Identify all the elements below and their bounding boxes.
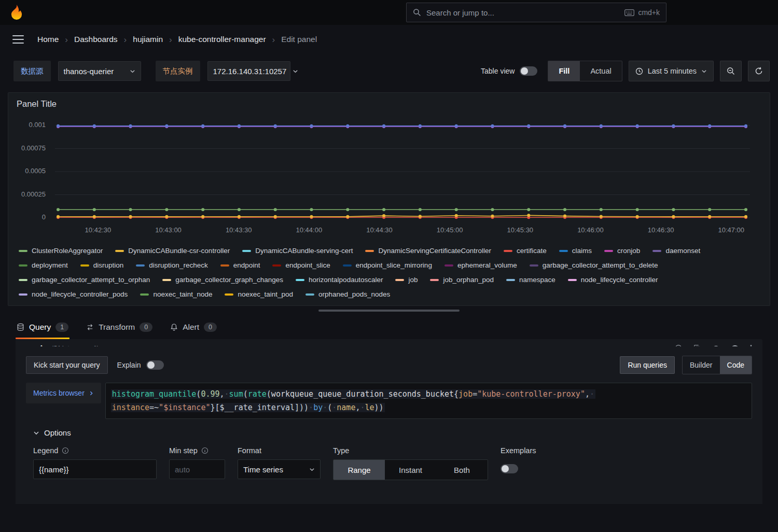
transform-count-badge: 0 [140, 323, 152, 332]
code-token: sum [229, 389, 243, 399]
datasource-select[interactable]: thanos-querier [58, 61, 141, 81]
type-both-option[interactable]: Both [436, 460, 488, 480]
legend-item[interactable]: endpoint [220, 261, 260, 269]
legend-item[interactable]: disruption [80, 261, 124, 269]
tab-query[interactable]: Query 1 [16, 315, 70, 339]
legend-item[interactable]: claims [559, 247, 592, 255]
type-field: Type Range Instant Both [333, 446, 488, 480]
tab-transform[interactable]: Transform 0 [85, 315, 154, 339]
timeseries-chart[interactable]: 00.000250.00050.000750.001 10:42:3010:43… [8, 115, 770, 240]
explain-toggle[interactable] [146, 360, 164, 370]
legend-format-input[interactable] [33, 459, 157, 479]
legend-item[interactable]: DynamicServingCertificateController [365, 247, 491, 255]
info-icon[interactable] [201, 447, 209, 454]
legend-item[interactable]: node_lifecycle_controller_pods [19, 290, 128, 298]
clock-icon [635, 67, 643, 75]
legend-item[interactable]: namespace [506, 276, 555, 284]
legend-item[interactable]: garbage_collector_graph_changes [162, 276, 283, 284]
fill-option[interactable]: Fill [548, 61, 580, 81]
legend-item[interactable]: horizontalpodautoscaler [296, 276, 383, 284]
more-options-icon[interactable] [750, 344, 752, 346]
query-ref-id[interactable]: A [39, 344, 44, 346]
legend-item[interactable]: garbage_collector_attempt_to_orphan [19, 276, 150, 284]
legend-item[interactable]: ClusterRoleAggregator [19, 247, 103, 255]
format-select[interactable]: Time series [238, 459, 321, 479]
query-datasource-hint: (${datasource}) [51, 344, 99, 347]
legend-series-label: node_lifecycle_controller_pods [32, 290, 128, 298]
run-queries-button[interactable]: Run queries [620, 356, 675, 374]
code-token: instance [112, 403, 149, 412]
legend-item[interactable]: node_lifecycle_controller [568, 276, 658, 284]
panel-title[interactable]: Panel Title [8, 93, 770, 111]
exemplars-field: Exemplars [501, 446, 536, 475]
breadcrumb-separator: › [169, 35, 172, 44]
chart-legend: ClusterRoleAggregatorDynamicCABundle-csr… [8, 240, 770, 299]
kick-start-query-button[interactable]: Kick start your query [26, 356, 108, 374]
zoom-out-button[interactable] [720, 61, 742, 81]
options-section: Options Legend Min step Format T [26, 428, 752, 480]
breadcrumb-item[interactable]: hujiamin [133, 35, 163, 44]
legend-item[interactable]: ephemeral_volume [444, 261, 517, 269]
min-step-input[interactable] [169, 459, 225, 479]
refresh-button[interactable] [748, 61, 770, 81]
legend-item[interactable]: noexec_taint_node [140, 290, 212, 298]
tab-alert[interactable]: Alert 0 [169, 315, 218, 339]
x-axis-label: 10:44:30 [359, 226, 400, 234]
builder-mode-option[interactable]: Builder [683, 356, 720, 374]
type-field-label: Type [333, 446, 349, 455]
grafana-logo[interactable] [8, 4, 25, 21]
query-history-icon[interactable] [675, 344, 682, 346]
breadcrumb-item[interactable]: kube-controller-manager [178, 35, 266, 44]
legend-item[interactable]: endpoint_slice_mirroring [343, 261, 432, 269]
legend-item[interactable]: deployment [19, 261, 68, 269]
info-icon[interactable] [62, 447, 69, 454]
legend-item[interactable]: job_orphan_pod [430, 276, 494, 284]
legend-item[interactable]: orphaned_pods_nodes [305, 290, 390, 298]
code-token: le [365, 403, 374, 412]
type-range-option[interactable]: Range [334, 460, 385, 480]
legend-item[interactable]: daemonset [652, 247, 700, 255]
legend-item[interactable]: garbage_collector_attempt_to_delete [530, 261, 658, 269]
search-icon [413, 8, 421, 17]
legend-series-label: ClusterRoleAggregator [32, 247, 103, 255]
legend-item[interactable]: DynamicCABundle-csr-controller [115, 247, 230, 255]
code-token: , [220, 389, 225, 399]
keyboard-shortcut-hint: cmd+k [624, 8, 660, 17]
code-token: = [473, 389, 477, 399]
table-view-toggle[interactable] [520, 66, 537, 76]
exemplars-toggle[interactable] [501, 464, 518, 473]
legend-series-label: deployment [32, 261, 68, 269]
legend-item[interactable]: certificate [504, 247, 547, 255]
duplicate-query-icon[interactable] [693, 344, 701, 346]
metrics-browser-button[interactable]: Metrics browser [26, 383, 101, 403]
collapse-chevron-icon[interactable] [26, 345, 32, 347]
legend-item[interactable]: job [395, 276, 418, 284]
type-instant-option[interactable]: Instant [385, 460, 436, 480]
search-input[interactable]: Search or jump to... cmd+k [406, 3, 666, 22]
legend-series-color [395, 279, 404, 281]
options-header[interactable]: Options [33, 428, 752, 437]
legend-item[interactable]: endpoint_slice [272, 261, 330, 269]
legend-item[interactable]: DynamicCABundle-serving-cert [242, 247, 353, 255]
menu-toggle-icon[interactable] [12, 35, 24, 44]
legend-series-color [568, 279, 577, 281]
code-token: · [323, 403, 327, 412]
pane-splitter-handle[interactable] [318, 310, 460, 312]
time-range-picker[interactable]: Last 5 minutes [629, 61, 714, 81]
legend-item[interactable]: cronjob [604, 247, 640, 255]
legend-item[interactable]: disruption_recheck [136, 261, 207, 269]
query-code-editor[interactable]: histogram_quantile(0.99,·sum(rate(workqu… [105, 383, 752, 419]
legend-series-color [272, 264, 281, 267]
x-axis-label: 10:46:00 [569, 226, 611, 234]
legend-item[interactable]: noexec_taint_pod [225, 290, 293, 298]
legend-series-color [115, 250, 124, 252]
breadcrumb-item[interactable]: Dashboards [74, 35, 118, 44]
delete-query-icon[interactable] [731, 344, 739, 346]
y-axis-label: 0.001 [8, 121, 46, 129]
instance-select[interactable]: 172.16.140.31:10257 [207, 61, 290, 81]
code-mode-option[interactable]: Code [720, 356, 752, 374]
plot-area[interactable] [52, 118, 753, 223]
hide-query-icon[interactable] [712, 344, 720, 346]
breadcrumb-item[interactable]: Home [37, 35, 59, 44]
actual-option[interactable]: Actual [580, 61, 621, 81]
